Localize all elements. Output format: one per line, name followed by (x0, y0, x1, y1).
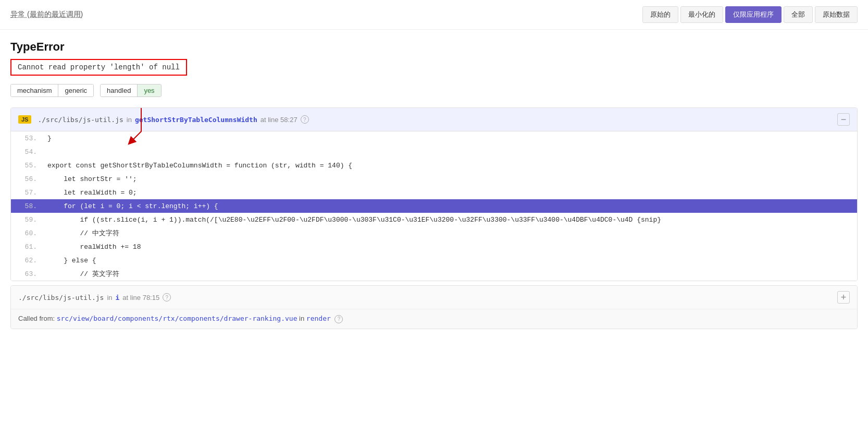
code-line-53: 53. } (11, 131, 857, 145)
btn-app-only[interactable]: 仅限应用程序 (725, 6, 782, 23)
frame-1: JS ./src/libs/js-util.js in getShortStrB… (10, 107, 858, 281)
code-line-58: 58. for (let i = 0; i < str.length; i++)… (11, 199, 857, 213)
top-bar: 异常 (最前的最近调用) 原始的 最小化的 仅限应用程序 全部 原始数据 (0, 0, 868, 30)
exception-title: 异常 (最前的最近调用) (10, 10, 83, 19)
code-line-57: 57. let realWidth = 0; (11, 186, 857, 199)
btn-original[interactable]: 原始的 (642, 6, 678, 23)
frame-1-file: ./src/libs/js-util.js (38, 116, 123, 124)
frame-2: ./src/libs/js-util.js in i at line 78:15… (10, 285, 858, 329)
called-from-help-icon[interactable]: ? (334, 315, 343, 323)
frame-2-in: in (107, 294, 112, 301)
js-badge: JS (18, 115, 31, 124)
btn-all[interactable]: 全部 (784, 6, 813, 23)
error-type: TypeError (10, 40, 858, 54)
frame-1-func: getShortStrByTableColumnsWidth (135, 116, 257, 124)
tag-group-2: handled yes (100, 84, 162, 97)
frame-2-expand[interactable]: + (837, 291, 850, 304)
tag-group-1: mechanism generic (10, 84, 94, 97)
frame-1-header: JS ./src/libs/js-util.js in getShortStrB… (11, 108, 857, 131)
code-area: 53. } 54. 55. export const getShortStrBy… (11, 131, 857, 281)
tag-generic: generic (58, 84, 93, 96)
frame-2-func: i (116, 294, 120, 301)
called-from-label: Called from: (18, 315, 55, 322)
called-from-in: in (299, 315, 306, 322)
code-line-62: 62. } else { (11, 253, 857, 267)
called-from-path: src/view/board/components/rtx/components… (57, 315, 297, 322)
btn-minified[interactable]: 最小化的 (680, 6, 723, 23)
code-line-61: 61. realWidth += 18 (11, 240, 857, 253)
main-content: TypeError Cannot read property 'length' … (0, 30, 868, 329)
frame-2-help-icon[interactable]: ? (163, 293, 171, 301)
error-message: Cannot read property 'length' of null (10, 59, 187, 76)
frame-1-body: 53. } 54. 55. export const getShortStrBy… (11, 131, 857, 281)
called-from-bar: Called from: src/view/board/components/r… (11, 309, 857, 329)
code-line-63: 63. // 英文字符 (11, 267, 857, 281)
tags-row: mechanism generic handled yes (10, 84, 858, 97)
code-line-54: 54. (11, 145, 857, 159)
frame-1-at: at line 58:27 (261, 116, 297, 124)
frame-2-file: ./src/libs/js-util.js (18, 294, 104, 301)
code-line-56: 56. let shortStr = ''; (11, 172, 857, 186)
view-buttons: 原始的 最小化的 仅限应用程序 全部 原始数据 (642, 6, 858, 23)
called-from-func: render (306, 315, 331, 322)
btn-raw-data[interactable]: 原始数据 (815, 6, 858, 23)
frame-2-header: ./src/libs/js-util.js in i at line 78:15… (11, 286, 857, 309)
tag-yes: yes (137, 84, 160, 96)
frame-2-at: at line 78:15 (122, 294, 159, 301)
help-icon[interactable]: ? (301, 115, 309, 124)
tag-mechanism: mechanism (11, 84, 58, 96)
frame-1-collapse[interactable]: − (837, 113, 850, 126)
code-line-59: 59. if ((str.slice(i, i + 1)).match(/[\u… (11, 213, 857, 226)
code-line-55: 55. export const getShortStrByTableColum… (11, 159, 857, 172)
frame-1-in: in (127, 116, 132, 124)
tag-handled: handled (101, 84, 137, 96)
code-line-60: 60. // 中文字符 (11, 226, 857, 240)
